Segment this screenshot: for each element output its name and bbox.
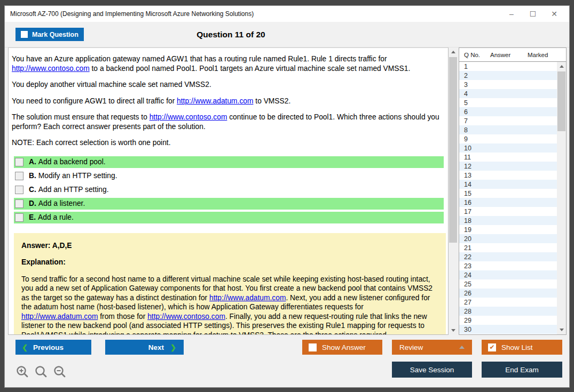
question-list-row[interactable]: 26	[459, 289, 557, 298]
option-letter: D.	[29, 199, 36, 207]
option-row-a[interactable]: A.Add a backend pool.	[14, 156, 444, 168]
question-list-row[interactable]: 21	[459, 243, 557, 252]
save-session-label: Save Session	[410, 366, 454, 374]
text-segment: You need to configure AGW1 to direct all…	[12, 97, 177, 105]
title-bar: Microsoft AZ-700 (Designing and Implemen…	[5, 6, 569, 22]
hyperlink[interactable]: http://www.contoso.com	[12, 65, 90, 73]
scrollbar-thumb[interactable]	[449, 57, 457, 243]
question-list-row[interactable]: 22	[459, 252, 557, 261]
question-list-row[interactable]: 27	[459, 298, 557, 307]
question-counter: Question 11 of 20	[5, 22, 457, 47]
chevron-right-icon: ❯	[170, 343, 176, 351]
hyperlink[interactable]: http://www.adatum.com	[177, 97, 253, 105]
question-list-row[interactable]: 2	[459, 71, 557, 80]
question-list-row[interactable]: 16	[459, 198, 557, 207]
question-list-row[interactable]: 23	[459, 261, 557, 270]
question-list-row[interactable]: 28	[459, 307, 557, 316]
question-list-row[interactable]: 15	[459, 189, 557, 198]
content-scrollbar[interactable]	[449, 47, 458, 335]
save-session-button[interactable]: Save Session	[392, 362, 472, 378]
option-checkbox[interactable]	[15, 158, 23, 166]
question-list-row[interactable]: 20	[459, 234, 557, 243]
option-letter: A.	[29, 158, 36, 166]
question-number: 13	[464, 172, 471, 179]
question-list-row[interactable]: 10	[459, 143, 557, 153]
question-paragraph: You need to configure AGW1 to direct all…	[12, 97, 444, 106]
text-segment: to VMSS2.	[253, 97, 290, 105]
question-list-row[interactable]: 13	[459, 171, 557, 180]
zoom-out-icon[interactable]	[53, 365, 67, 379]
option-checkbox[interactable]	[15, 186, 23, 194]
app-window: Microsoft AZ-700 (Designing and Implemen…	[4, 5, 570, 388]
previous-button[interactable]: ❮ Previous	[15, 340, 91, 355]
show-list-checkbox[interactable]: ✔	[488, 343, 496, 351]
scroll-down-arrow[interactable]	[449, 326, 458, 335]
question-number: 20	[464, 235, 471, 243]
hyperlink[interactable]: http://www.contoso.com	[150, 113, 227, 121]
scrollbar-thumb[interactable]	[557, 71, 565, 131]
explanation-paragraph: To send traffic for a second host name t…	[21, 275, 438, 335]
review-dropdown[interactable]: Review	[392, 340, 472, 355]
question-list-header: Q No. Answer Marked	[459, 48, 566, 62]
option-checkbox[interactable]	[15, 172, 23, 180]
zoom-reset-icon[interactable]	[34, 365, 48, 379]
question-list-row[interactable]: 6	[459, 107, 557, 116]
question-list-row[interactable]: 24	[459, 270, 557, 279]
maximize-icon[interactable]: ☐	[522, 7, 544, 21]
show-list-button[interactable]: ✔ Show List	[482, 340, 562, 355]
previous-label: Previous	[33, 343, 64, 351]
hyperlink[interactable]: http://www.contoso.com	[147, 313, 225, 321]
question-list-row[interactable]: 4	[459, 89, 557, 98]
options-list: A.Add a backend pool.B.Modify an HTTP se…	[14, 156, 444, 223]
question-list-row[interactable]: 14	[459, 180, 557, 189]
explanation-box: Answer: A,D,E Explanation: To send traff…	[14, 233, 446, 335]
question-number: 22	[464, 253, 471, 261]
zoom-in-icon[interactable]	[15, 365, 29, 379]
question-list-row[interactable]: 5	[459, 98, 557, 107]
scroll-up-arrow[interactable]	[449, 47, 458, 57]
hyperlink[interactable]: http://www.adatum.com	[209, 294, 286, 302]
question-list-row[interactable]: 18	[459, 216, 557, 225]
show-answer-button[interactable]: Show Answer	[302, 340, 382, 355]
option-row-c[interactable]: C.Add an HTTP setting.	[14, 184, 444, 196]
question-list-row[interactable]: 9	[459, 134, 557, 143]
scroll-up-arrow[interactable]	[557, 62, 566, 71]
question-list-row[interactable]: 25	[459, 279, 557, 289]
question-paragraph: The solution must ensure that requests t…	[12, 113, 444, 131]
question-list-row[interactable]: 8	[459, 125, 557, 134]
next-button[interactable]: Next ❯	[105, 340, 184, 355]
option-letter: B.	[29, 172, 36, 180]
question-list-row[interactable]: 12	[459, 162, 557, 171]
option-checkbox[interactable]	[15, 199, 23, 208]
text-segment: You have an Azure application gateway na…	[12, 55, 387, 63]
question-list-row[interactable]: 30	[459, 325, 557, 334]
hyperlink[interactable]: http://www.adatum.com	[21, 313, 98, 321]
option-checkbox[interactable]	[15, 213, 23, 222]
option-row-b[interactable]: B.Modify an HTTP setting.	[14, 170, 444, 182]
question-list-row[interactable]: 3	[459, 80, 557, 89]
end-exam-button[interactable]: End Exam	[482, 362, 562, 378]
question-paragraph: NOTE: Each correct selection is worth on…	[12, 138, 444, 148]
question-list-scrollbar[interactable]	[557, 62, 566, 334]
option-row-d[interactable]: D.Add a listener.	[14, 198, 444, 210]
question-pane: You have an Azure application gateway na…	[8, 47, 449, 335]
question-list-row[interactable]: 1	[459, 62, 557, 71]
question-list-row[interactable]: 19	[459, 225, 557, 234]
question-number: 1	[464, 63, 468, 70]
question-number: 19	[464, 226, 471, 234]
question-list-row[interactable]: 29	[459, 316, 557, 325]
option-text: Add a rule.	[38, 213, 74, 221]
close-icon[interactable]: ✕	[544, 7, 565, 21]
question-list-row[interactable]: 7	[459, 116, 557, 125]
question-list-panel: Q No. Answer Marked 12345678910111213141…	[459, 47, 567, 335]
question-list-row[interactable]: 17	[459, 207, 557, 216]
question-number: 12	[464, 163, 471, 170]
review-label: Review	[399, 343, 423, 351]
option-row-e[interactable]: E.Add a rule.	[14, 212, 444, 223]
question-list-row[interactable]: 11	[459, 153, 557, 162]
minimize-icon[interactable]: –	[501, 7, 522, 21]
column-header-marked: Marked	[528, 52, 566, 58]
question-paragraph: You deploy another virtual machine scale…	[12, 80, 444, 90]
show-answer-checkbox[interactable]	[309, 343, 317, 351]
scroll-down-arrow[interactable]	[557, 325, 566, 334]
